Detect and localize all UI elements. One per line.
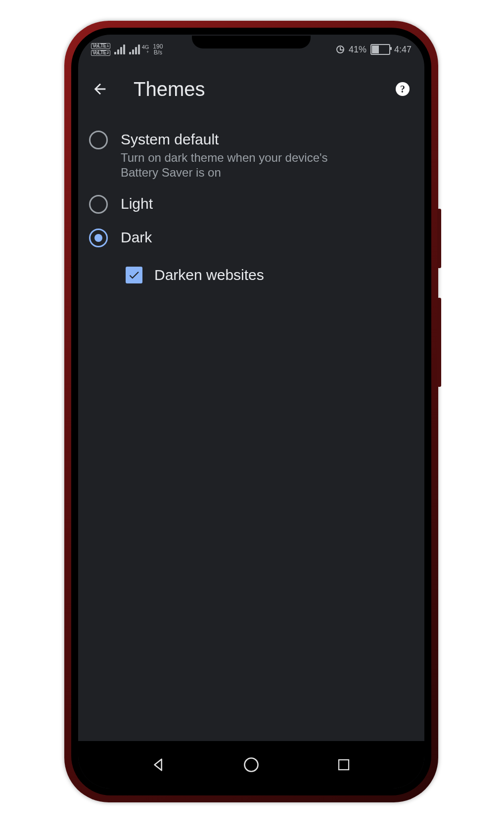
system-nav-bar: [78, 741, 424, 789]
nav-home-button[interactable]: [236, 750, 266, 780]
phone-frame: VoLTE1 VoLTE2 4G: [64, 21, 438, 802]
checkmark-icon: [128, 269, 140, 281]
nav-recents-button[interactable]: [329, 750, 359, 780]
nav-back-button[interactable]: [144, 750, 174, 780]
network-4g-label: 4G +: [142, 45, 149, 54]
radio-icon: [89, 229, 108, 247]
battery-percentage: 41%: [349, 45, 367, 55]
volte-indicator-1: VoLTE1: [91, 43, 110, 49]
back-button[interactable]: [88, 77, 112, 101]
radio-icon: [89, 131, 108, 149]
battery-icon: [370, 44, 390, 55]
option-subtitle: Turn on dark theme when your device's Ba…: [121, 150, 368, 180]
square-recents-icon: [336, 757, 351, 772]
darken-websites-checkbox-row[interactable]: Darken websites: [78, 259, 424, 291]
option-title: Light: [121, 195, 153, 213]
arrow-back-icon: [92, 81, 108, 97]
phone-notch: [192, 36, 311, 48]
phone-side-button: [437, 298, 441, 387]
circle-home-icon: [242, 756, 260, 774]
theme-option-light[interactable]: Light: [78, 187, 424, 221]
help-icon: ?: [396, 82, 410, 96]
radio-icon: [89, 195, 108, 214]
screen: VoLTE1 VoLTE2 4G: [78, 35, 424, 789]
svg-rect-1: [339, 760, 349, 770]
page-title: Themes: [134, 78, 377, 100]
svg-point-0: [244, 758, 258, 772]
phone-side-button: [437, 209, 441, 268]
option-title: Dark: [121, 229, 152, 246]
triangle-back-icon: [150, 756, 167, 773]
signal-strength-icon: [129, 45, 140, 54]
alarm-icon: [336, 45, 345, 54]
volte-indicator-2: VoLTE2: [91, 50, 110, 56]
settings-content: System default Turn on dark theme when y…: [78, 114, 424, 741]
theme-option-system-default[interactable]: System default Turn on dark theme when y…: [78, 123, 424, 187]
signal-strength-icon: [114, 45, 125, 54]
help-button[interactable]: ?: [391, 77, 414, 101]
checkbox-label: Darken websites: [154, 266, 264, 284]
network-speed: 190 B/s: [153, 44, 163, 55]
option-title: System default: [121, 131, 368, 148]
volte-indicator-stack: VoLTE1 VoLTE2: [91, 43, 110, 56]
clock-time: 4:47: [394, 45, 412, 55]
checkbox-checked-icon: [126, 267, 142, 283]
app-bar: Themes ?: [78, 64, 424, 114]
theme-option-dark[interactable]: Dark: [78, 221, 424, 254]
